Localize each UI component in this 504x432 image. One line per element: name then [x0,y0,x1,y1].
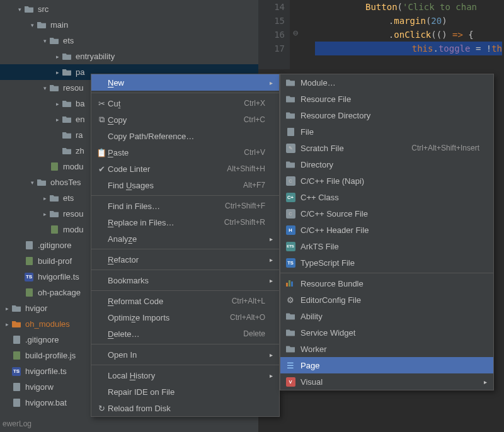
menu-item[interactable]: ↻Reload from Disk [91,400,279,416]
menu-item[interactable]: New▸ [91,74,279,91]
chevron-right-icon[interactable]: ▸ [3,305,11,312]
menu-item-label: Cut [108,99,244,108]
tree-row[interactable]: ▸entryability [0,48,258,64]
chevron-right-icon[interactable]: ▸ [53,101,62,107]
menu-item[interactable]: VVisual▸ [280,373,493,390]
chevron-right-icon[interactable]: ▸ [53,69,62,76]
menu-item[interactable]: ETSArkTS File [280,238,493,254]
context-menu[interactable]: New▸✂CutCtrl+X⧉CopyCtrl+CCopy Path/Refer… [91,74,280,417]
context-submenu-new[interactable]: Module…Resource FileResource DirectoryFi… [280,74,494,390]
menu-item[interactable]: HC/C++ Header File [280,222,493,238]
code-line[interactable]: this.toggle = !th [315,42,502,55]
menu-item[interactable]: TSTypeScript File [280,254,493,271]
menu-item-label: Open In [108,350,265,360]
typescript-icon: TS [284,258,297,268]
menu-item[interactable]: Replace in Files…Ctrl+Shift+R [91,214,279,230]
tree-item-label: modu [63,225,84,234]
menu-item[interactable]: ✎Scratch FileCtrl+Alt+Shift+Insert [280,140,493,156]
resource-bundle-icon [284,278,297,288]
chevron-down-icon[interactable]: ▾ [28,179,37,186]
menu-item[interactable]: ☰Page [280,357,493,373]
menu-item-label: C/C++ File (Napi) [301,176,479,186]
menu-item[interactable]: C+C++ Class [280,189,493,205]
line-gutter: 14151617 [258,0,290,69]
menu-item-shortcut: Alt+F7 [243,181,265,190]
menu-item[interactable]: Open In▸ [91,346,279,363]
menu-item[interactable]: ⚙EditorConfig File [280,292,493,308]
menu-item-label: C/C++ Source File [301,209,479,219]
menu-separator [91,195,279,196]
chevron-down-icon[interactable]: ▾ [40,85,49,91]
folder-icon [62,52,72,62]
list-icon: ☰ [284,360,297,370]
folder-icon [37,20,47,30]
menu-item[interactable]: Find in Files…Ctrl+Shift+F [91,198,279,214]
menu-item-shortcut: Ctrl+Shift+R [224,218,265,227]
menu-item[interactable]: ⧉CopyCtrl+C [91,111,279,128]
menu-item[interactable]: Ability [280,308,493,324]
chevron-right-icon[interactable]: ▸ [40,195,49,202]
folder-icon [284,344,297,354]
menu-item[interactable]: 📋PasteCtrl+V [91,144,279,161]
c-file-icon: C [284,208,297,219]
menu-item-label: Ability [301,312,479,321]
folder-icon [49,36,59,46]
menu-item[interactable]: Optimize ImportsCtrl+Alt+O [91,309,279,326]
menu-item[interactable]: Local History▸ [91,367,279,384]
menu-item[interactable]: Copy Path/Reference… [91,128,279,144]
tree-item-label: .gitignore [25,335,59,344]
menu-item[interactable]: Directory [280,156,493,173]
menu-item[interactable]: Bookmarks▸ [91,272,279,288]
menu-item-label: Copy [108,115,244,125]
folder-icon [49,209,59,219]
chevron-right-icon[interactable]: ▸ [53,54,62,60]
menu-item[interactable]: Resource File [280,91,493,107]
menu-item[interactable]: Find UsagesAlt+F7 [91,177,279,193]
tree-row[interactable]: ▾src [0,1,258,17]
menu-item[interactable]: File [280,123,493,140]
menu-item[interactable]: Delete…Delete [91,326,279,342]
editor[interactable]: 14151617 ⊖ Button('Click to chan .margin… [258,0,504,69]
menu-item[interactable]: ✔Code LinterAlt+Shift+H [91,161,279,177]
menu-item[interactable]: Refactor▸ [91,251,279,268]
chevron-down-icon[interactable]: ▾ [40,38,49,44]
menu-item[interactable]: Service Widget [280,324,493,341]
chevron-right-icon[interactable]: ▸ [53,117,62,123]
code-line[interactable]: .margin(20) [315,14,502,28]
file-icon [11,335,21,345]
code-line[interactable]: .onClick(() => { [315,28,502,42]
line-number: 16 [258,28,285,42]
cpp-file-icon: C+ [284,192,297,202]
chevron-down-icon[interactable]: ▾ [28,22,37,28]
menu-item[interactable]: CC/C++ File (Napi) [280,173,493,189]
menu-item[interactable]: Resource Bundle [280,275,493,292]
code-line[interactable]: Button('Click to chan [315,0,502,14]
menu-separator [280,273,493,273]
menu-item-label: Visual [301,377,479,387]
menu-item[interactable]: ✂CutCtrl+X [91,95,279,111]
menu-item-icon: ✂ [95,99,108,108]
menu-item[interactable]: Repair IDE on File [91,384,279,400]
menu-item-label: Reformat Code [108,297,232,306]
tree-row[interactable]: ▾ets [0,33,258,48]
code-area[interactable]: Button('Click to chan .margin(20) .onCli… [315,0,502,55]
chevron-right-icon: ▸ [265,277,273,284]
json-icon [24,288,34,298]
folder-icon [62,115,72,125]
fold-icon[interactable]: ⊖ [291,28,300,38]
tree-row[interactable]: ▾main [0,17,258,33]
chevron-right-icon[interactable]: ▸ [3,321,11,327]
menu-item[interactable]: Reformat CodeCtrl+Alt+L [91,293,279,309]
menu-item-shortcut: Ctrl+Alt+L [232,297,265,305]
menu-item[interactable]: CC/C++ Source File [280,205,493,222]
menu-item[interactable]: Resource Directory [280,107,493,123]
menu-item[interactable]: Module… [280,74,493,91]
menu-item[interactable]: Worker [280,341,493,357]
chevron-right-icon[interactable]: ▸ [40,211,49,217]
tool-window-label[interactable]: ewerLog [0,419,32,428]
menu-item[interactable]: Analyze▸ [91,230,279,247]
menu-item-label: Worker [301,344,479,354]
chevron-down-icon[interactable]: ▾ [15,6,24,13]
folder-icon [11,304,21,314]
folder-icon [62,130,72,140]
